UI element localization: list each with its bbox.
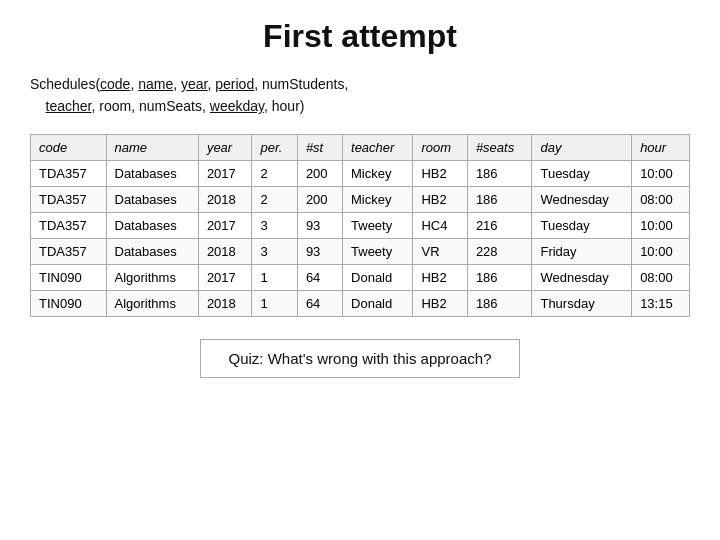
table-row: TDA357Databases2017393TweetyHC4216Tuesda… [31, 212, 690, 238]
table-cell: 2017 [198, 160, 252, 186]
table-cell: Mickey [343, 160, 413, 186]
col-code: code [31, 134, 107, 160]
schema-line2: teacher, room, numSeats, weekday, hour) [30, 95, 348, 117]
table-cell: HB2 [413, 290, 467, 316]
table-cell: Databases [106, 238, 198, 264]
table-cell: 2017 [198, 212, 252, 238]
col-year: year [198, 134, 252, 160]
col-per: per. [252, 134, 297, 160]
table-cell: TDA357 [31, 160, 107, 186]
table-cell: 186 [467, 264, 532, 290]
schema-period: period [215, 76, 254, 92]
table-cell: 1 [252, 264, 297, 290]
table-cell: Thursday [532, 290, 632, 316]
page: First attempt Schedules(code, name, year… [0, 0, 720, 540]
table-cell: Databases [106, 186, 198, 212]
quiz-label: Quiz: What's wrong with this approach? [229, 350, 492, 367]
table-cell: 64 [297, 290, 342, 316]
table-cell: Donald [343, 290, 413, 316]
table-cell: 08:00 [632, 186, 690, 212]
schema-name: name [138, 76, 173, 92]
table-cell: Tweety [343, 238, 413, 264]
table-cell: TDA357 [31, 186, 107, 212]
col-hour: hour [632, 134, 690, 160]
table-cell: Algorithms [106, 290, 198, 316]
table-cell: Algorithms [106, 264, 198, 290]
table-cell: 2017 [198, 264, 252, 290]
table-cell: Wednesday [532, 186, 632, 212]
schema-weekday: weekday [210, 98, 264, 114]
table-header-row: code name year per. #st teacher room #se… [31, 134, 690, 160]
table-cell: 200 [297, 160, 342, 186]
table-cell: 10:00 [632, 212, 690, 238]
table-cell: HB2 [413, 264, 467, 290]
table-cell: Wednesday [532, 264, 632, 290]
table-cell: TDA357 [31, 212, 107, 238]
table-cell: TIN090 [31, 264, 107, 290]
table-cell: 216 [467, 212, 532, 238]
table-cell: 200 [297, 186, 342, 212]
col-name: name [106, 134, 198, 160]
table-cell: HB2 [413, 186, 467, 212]
table-cell: 2018 [198, 238, 252, 264]
table-cell: Tuesday [532, 212, 632, 238]
table-cell: 1 [252, 290, 297, 316]
schedules-table: code name year per. #st teacher room #se… [30, 134, 690, 317]
table-row: TDA357Databases2018393TweetyVR228Friday1… [31, 238, 690, 264]
table-cell: 64 [297, 264, 342, 290]
schema-hour: hour [272, 98, 300, 114]
table-cell: 08:00 [632, 264, 690, 290]
table-row: TIN090Algorithms2018164DonaldHB2186Thurs… [31, 290, 690, 316]
table-cell: 186 [467, 160, 532, 186]
page-title: First attempt [263, 18, 457, 55]
table-cell: 3 [252, 238, 297, 264]
schema-code: code [100, 76, 130, 92]
table-cell: 10:00 [632, 238, 690, 264]
col-teacher: teacher [343, 134, 413, 160]
table-cell: Friday [532, 238, 632, 264]
table-cell: Databases [106, 212, 198, 238]
table-cell: Donald [343, 264, 413, 290]
table-cell: 2 [252, 160, 297, 186]
col-day: day [532, 134, 632, 160]
table-cell: TIN090 [31, 290, 107, 316]
schema-room: room [99, 98, 131, 114]
table-cell: Tweety [343, 212, 413, 238]
table-cell: 228 [467, 238, 532, 264]
table-row: TDA357Databases20172200MickeyHB2186Tuesd… [31, 160, 690, 186]
table-cell: 13:15 [632, 290, 690, 316]
schema-text: Schedules(code, name, year, period, numS… [30, 73, 348, 118]
table-cell: Tuesday [532, 160, 632, 186]
table-row: TDA357Databases20182200MickeyHB2186Wedne… [31, 186, 690, 212]
table-cell: 93 [297, 238, 342, 264]
table-cell: Mickey [343, 186, 413, 212]
quiz-box: Quiz: What's wrong with this approach? [200, 339, 521, 378]
table-row: TIN090Algorithms2017164DonaldHB2186Wedne… [31, 264, 690, 290]
table-cell: 93 [297, 212, 342, 238]
table-cell: Databases [106, 160, 198, 186]
table-cell: 3 [252, 212, 297, 238]
table-cell: VR [413, 238, 467, 264]
schema-line1: Schedules(code, name, year, period, numS… [30, 73, 348, 95]
table-cell: HC4 [413, 212, 467, 238]
table-cell: 2018 [198, 290, 252, 316]
table-cell: 2018 [198, 186, 252, 212]
table-cell: 186 [467, 290, 532, 316]
table-cell: HB2 [413, 160, 467, 186]
col-room: room [413, 134, 467, 160]
table-cell: TDA357 [31, 238, 107, 264]
table-cell: 186 [467, 186, 532, 212]
col-st: #st [297, 134, 342, 160]
col-seats: #seats [467, 134, 532, 160]
schema-year: year [181, 76, 207, 92]
table-cell: 2 [252, 186, 297, 212]
table-cell: 10:00 [632, 160, 690, 186]
schema-teacher: teacher [46, 98, 92, 114]
